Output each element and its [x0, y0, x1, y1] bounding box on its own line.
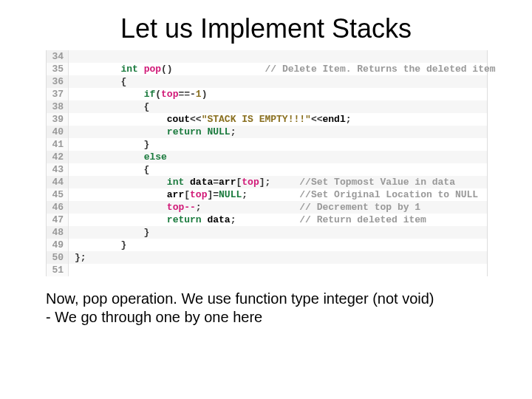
code-content: return data; // Return deleted item — [69, 214, 426, 226]
line-number: 47 — [47, 214, 69, 226]
code-line: 47 return data; // Return deleted item — [47, 214, 487, 226]
line-number: 51 — [47, 264, 69, 276]
code-content: cout<<"STACK IS EMPTY!!!"<<endl; — [69, 113, 352, 126]
code-line: 34 — [47, 50, 487, 63]
line-number: 45 — [47, 188, 69, 201]
line-number: 34 — [47, 50, 69, 63]
code-content: return NULL; — [69, 126, 236, 138]
code-content: arr[top]=NULL; //Set Original Location t… — [69, 188, 478, 201]
code-line: 41 } — [47, 138, 487, 151]
line-number: 36 — [47, 75, 69, 88]
line-number: 48 — [47, 226, 69, 239]
code-line: 48 } — [47, 226, 487, 239]
code-content: int data=arr[top]; //Set Topmost Value i… — [69, 176, 455, 188]
code-content: { — [69, 75, 126, 88]
line-number: 41 — [47, 138, 69, 151]
code-content: { — [69, 100, 149, 113]
slide-title: Let us Implement Stacks — [0, 0, 532, 50]
code-content — [69, 50, 75, 63]
code-snippet: 3435 int pop() // Delete Item. Returns t… — [46, 50, 488, 276]
code-line: 39 cout<<"STACK IS EMPTY!!!"<<endl; — [47, 113, 487, 126]
code-content: if(top==-1) — [69, 88, 207, 100]
code-content: } — [69, 226, 149, 239]
code-content: int pop() // Delete Item. Returns the de… — [69, 63, 496, 75]
code-line: 42 else — [47, 151, 487, 163]
code-line: 50}; — [47, 251, 487, 264]
code-line: 51 — [47, 264, 487, 276]
code-line: 40 return NULL; — [47, 126, 487, 138]
line-number: 44 — [47, 176, 69, 188]
code-content: }; — [69, 251, 86, 264]
caption-line-1: Now, pop operation. We use function type… — [46, 290, 486, 308]
line-number: 37 — [47, 88, 69, 100]
code-line: 35 int pop() // Delete Item. Returns the… — [47, 63, 487, 75]
code-line: 45 arr[top]=NULL; //Set Original Locatio… — [47, 188, 487, 201]
line-number: 50 — [47, 251, 69, 264]
code-line: 43 { — [47, 163, 487, 176]
code-content: } — [69, 138, 149, 151]
code-line: 44 int data=arr[top]; //Set Topmost Valu… — [47, 176, 487, 188]
code-line: 37 if(top==-1) — [47, 88, 487, 100]
code-line: 46 top--; // Decrement top by 1 — [47, 201, 487, 214]
line-number: 40 — [47, 126, 69, 138]
code-line: 38 { — [47, 100, 487, 113]
code-content: } — [69, 239, 126, 251]
line-number: 46 — [47, 201, 69, 214]
code-content: else — [69, 151, 167, 163]
line-number: 49 — [47, 239, 69, 251]
line-number: 38 — [47, 100, 69, 113]
line-number: 43 — [47, 163, 69, 176]
code-content: top--; // Decrement top by 1 — [69, 201, 420, 214]
code-content: { — [69, 163, 149, 176]
code-line: 49 } — [47, 239, 487, 251]
slide-caption: Now, pop operation. We use function type… — [0, 276, 532, 327]
code-content — [69, 264, 75, 276]
line-number: 39 — [47, 113, 69, 126]
caption-line-2: - We go through one by one here — [46, 308, 486, 327]
code-line: 36 { — [47, 75, 487, 88]
line-number: 35 — [47, 63, 69, 75]
line-number: 42 — [47, 151, 69, 163]
